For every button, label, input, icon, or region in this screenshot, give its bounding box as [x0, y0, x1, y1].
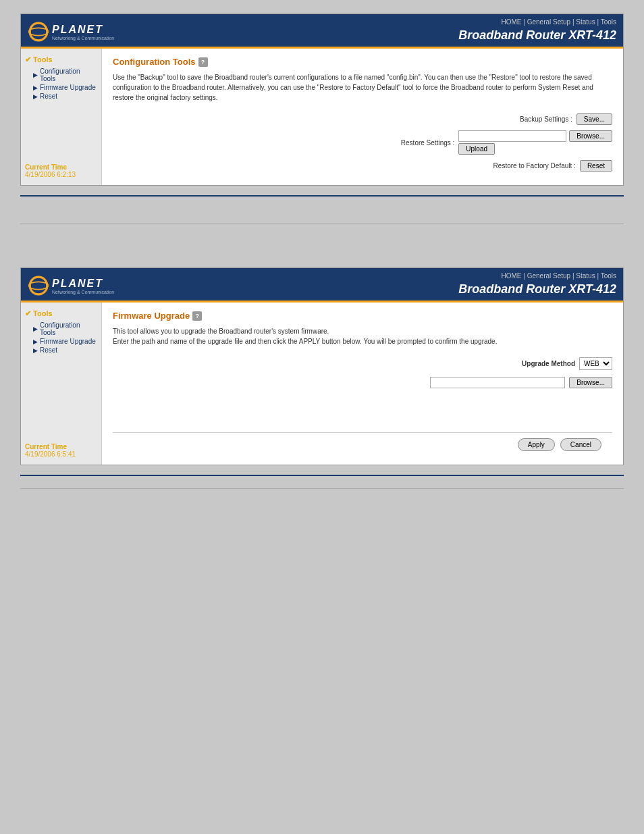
- restore-upload-button[interactable]: Upload: [458, 143, 495, 155]
- sidebar-item-config-tools-1[interactable]: ▶ Configuration Tools: [25, 67, 97, 83]
- restore-browse-button[interactable]: Browse...: [569, 130, 612, 142]
- router-title: Broadband Router XRT-412: [458, 28, 616, 43]
- section-title-2: Firmware Upgrade ?: [113, 311, 612, 321]
- current-time-label-2: Current Time: [25, 429, 97, 450]
- sidebar-item-firmware-2[interactable]: ▶ Firmware Upgrade: [25, 337, 97, 346]
- firmware-file-input[interactable]: [430, 377, 565, 388]
- upgrade-method-label: Upgrade Method: [494, 360, 575, 367]
- content-area-2: ✔ Tools ▶ Configuration Tools ▶ Firmware…: [21, 303, 623, 465]
- gap-1: [20, 201, 624, 221]
- factory-reset-button[interactable]: Reset: [580, 160, 612, 172]
- panel-config-tools: PLANET Networking & Communication HOME |…: [20, 14, 624, 186]
- firmware-browse-button[interactable]: Browse...: [569, 377, 612, 388]
- logo: PLANET Networking & Communication: [28, 21, 114, 43]
- gap-4: [20, 480, 624, 486]
- current-time-value-2: 4/19/2006 6:5:41: [25, 450, 97, 458]
- logo-2: PLANET Networking & Communication: [28, 275, 114, 296]
- arrow-icon-6: ▶: [33, 347, 38, 354]
- upgrade-method-select[interactable]: WEB: [579, 357, 612, 370]
- help-icon-1[interactable]: ?: [198, 57, 208, 67]
- gap-3: [20, 247, 624, 267]
- logo-name: PLANET: [52, 24, 114, 36]
- backup-label: Backup Settings :: [478, 115, 572, 123]
- current-time-label-1: Current Time: [25, 150, 97, 171]
- current-time-value-1: 4/19/2006 6:2:13: [25, 171, 97, 178]
- sidebar-section-2: ✔ Tools: [25, 309, 97, 318]
- logo-tagline-2: Networking & Communication: [52, 290, 114, 294]
- arrow-icon-2: ▶: [33, 84, 38, 91]
- divider-1: [20, 195, 624, 197]
- svg-point-4: [31, 278, 46, 293]
- restore-controls: Browse... Upload: [458, 130, 612, 155]
- header-row-2: PLANET Networking & Communication HOME |…: [21, 268, 623, 303]
- description-2: This tool allows you to upgrade the Broa…: [113, 326, 612, 346]
- restore-label: Restore Settings :: [360, 139, 454, 147]
- thin-divider-1: [20, 224, 624, 224]
- restore-row: Restore Settings : Browse... Upload: [113, 130, 612, 155]
- sidebar-item-firmware-1[interactable]: ▶ Firmware Upgrade: [25, 83, 97, 92]
- description-1: Use the "Backup" tool to save the Broadb…: [113, 72, 612, 103]
- main-content-1: Configuration Tools ? Use the "Backup" t…: [102, 49, 623, 185]
- content-area-1: ✔ Tools ▶ Configuration Tools ▶ Firmware…: [21, 49, 623, 185]
- panel-firmware-upgrade: PLANET Networking & Communication HOME |…: [20, 267, 624, 465]
- sidebar-item-reset-1[interactable]: ▶ Reset: [25, 92, 97, 101]
- logo-tagline: Networking & Communication: [52, 36, 114, 41]
- factory-row: Restore to Factory Default : Reset: [113, 160, 612, 172]
- upgrade-method-row: Upgrade Method WEB: [113, 357, 612, 370]
- gap-2: [20, 227, 624, 247]
- apply-button[interactable]: Apply: [518, 438, 555, 451]
- action-row-2: Apply Cancel: [113, 432, 612, 457]
- cancel-button[interactable]: Cancel: [560, 438, 601, 451]
- arrow-icon-3: ▶: [33, 93, 38, 100]
- svg-point-1: [31, 24, 46, 39]
- header-row: PLANET Networking & Communication HOME |…: [21, 14, 623, 49]
- arrow-icon-1: ▶: [33, 72, 38, 78]
- arrow-icon-5: ▶: [33, 338, 38, 345]
- router-title-2: Broadband Router XRT-412: [458, 282, 616, 296]
- logo-name-2: PLANET: [52, 278, 114, 290]
- nav-links[interactable]: HOME | General Setup | Status | Tools: [458, 18, 616, 26]
- firmware-browse-row: Browse...: [113, 377, 612, 388]
- factory-label: Restore to Factory Default :: [481, 162, 576, 170]
- arrow-icon-4: ▶: [33, 325, 38, 332]
- sidebar-item-reset-2[interactable]: ▶ Reset: [25, 346, 97, 355]
- nav-links-2[interactable]: HOME | General Setup | Status | Tools: [458, 272, 616, 280]
- divider-2: [20, 475, 624, 476]
- backup-save-button[interactable]: Save...: [576, 113, 612, 125]
- backup-row: Backup Settings : Save...: [113, 113, 612, 125]
- section-title-1: Configuration Tools ?: [113, 57, 612, 67]
- thin-divider-2: [20, 488, 624, 489]
- sidebar-1: ✔ Tools ▶ Configuration Tools ▶ Firmware…: [21, 49, 102, 185]
- sidebar-2: ✔ Tools ▶ Configuration Tools ▶ Firmware…: [21, 303, 102, 465]
- help-icon-2[interactable]: ?: [192, 311, 202, 321]
- restore-file-input[interactable]: [458, 130, 566, 142]
- sidebar-item-config-tools-2[interactable]: ▶ Configuration Tools: [25, 321, 97, 337]
- main-content-2: Firmware Upgrade ? This tool allows you …: [102, 303, 623, 465]
- sidebar-section-1: ✔ Tools: [25, 55, 97, 64]
